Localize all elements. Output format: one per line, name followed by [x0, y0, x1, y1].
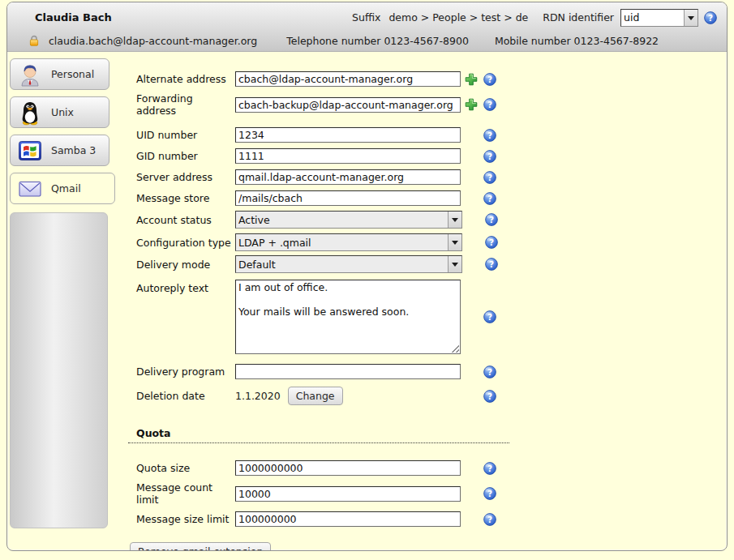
rdn-identifier-label: RDN identifier: [543, 11, 614, 24]
person-icon: [17, 62, 43, 88]
message-store-input[interactable]: [235, 190, 461, 206]
delivery-mode-select[interactable]: Default: [235, 255, 462, 273]
alternate-address-input[interactable]: [235, 71, 461, 87]
svg-text:?: ?: [487, 312, 492, 322]
help-icon[interactable]: ?: [485, 213, 498, 226]
tux-icon: [17, 100, 43, 126]
field-label: Server address: [136, 171, 235, 183]
help-icon[interactable]: ?: [483, 462, 496, 475]
field-label: Deletion date: [136, 390, 235, 402]
svg-text:?: ?: [487, 130, 492, 140]
sidebar-filler: [10, 212, 108, 528]
svg-text:?: ?: [487, 75, 492, 84]
tab-label: Unix: [51, 106, 74, 118]
delivery-program-input[interactable]: [235, 364, 461, 379]
help-icon[interactable]: ?: [483, 73, 496, 86]
primary-email: claudia.bach@ldap-account-manager.org: [49, 35, 257, 47]
field-label: Quota size: [136, 462, 235, 474]
tab-samba3[interactable]: Samba 3: [10, 135, 109, 166]
form-row: Autoreply text I am out of office. Your …: [136, 280, 727, 354]
telephone-number: Telephone number 0123-4567-8900: [286, 35, 469, 47]
field-label: Configuration type: [136, 237, 235, 249]
field-label: Message size limit: [136, 513, 235, 525]
tab-qmail[interactable]: Qmail: [10, 173, 115, 204]
autoreply-text-textarea[interactable]: I am out of office. Your mails will be a…: [235, 280, 461, 354]
help-icon[interactable]: ?: [483, 310, 496, 323]
form-row: Account status Active ?: [136, 211, 727, 229]
forwarding-address-input[interactable]: [235, 97, 461, 113]
form-row: Delivery program ?: [136, 364, 727, 379]
svg-text:?: ?: [489, 259, 494, 269]
change-date-button[interactable]: Change: [288, 387, 343, 405]
field-label: Forwarding address: [136, 92, 235, 117]
help-icon[interactable]: ?: [483, 150, 496, 163]
plus-icon[interactable]: [465, 98, 478, 111]
field-label: Delivery program: [136, 365, 235, 378]
field-label: UID number: [136, 129, 235, 141]
envelope-icon: [17, 176, 43, 202]
gid-number-input[interactable]: [235, 148, 461, 164]
lock-icon: [28, 34, 41, 47]
field-label: Autoreply text: [136, 280, 235, 294]
help-icon[interactable]: ?: [483, 365, 496, 378]
form-row: Message count limit ?: [136, 481, 727, 506]
plus-icon[interactable]: [465, 73, 478, 86]
help-icon[interactable]: ?: [483, 171, 496, 184]
field-label: Account status: [136, 214, 235, 226]
form-row: Quota size ?: [136, 460, 727, 476]
help-icon[interactable]: ?: [483, 513, 496, 526]
help-icon[interactable]: ?: [483, 129, 496, 142]
uid-number-input[interactable]: [235, 127, 461, 143]
remove-qmail-extension-button[interactable]: Remove qmail extension: [130, 542, 271, 551]
help-icon[interactable]: ?: [483, 390, 496, 403]
form-row: Server address ?: [136, 169, 727, 185]
field-label: Message store: [136, 192, 235, 204]
server-address-input[interactable]: [235, 169, 461, 185]
windows-icon: [17, 138, 43, 164]
svg-text:?: ?: [489, 215, 494, 224]
help-icon[interactable]: ?: [485, 236, 498, 249]
quota-size-input[interactable]: [235, 460, 461, 476]
field-label: Delivery mode: [136, 259, 235, 271]
form-row: Configuration type LDAP + .qmail ?: [136, 233, 727, 251]
suffix-label: Suffix: [352, 11, 380, 24]
svg-text:?: ?: [487, 173, 492, 182]
svg-text:?: ?: [487, 367, 492, 377]
svg-text:?: ?: [487, 194, 492, 203]
tab-personal[interactable]: Personal: [10, 58, 109, 90]
quota-section-heading: Quota: [128, 427, 509, 443]
account-status-select[interactable]: Active: [235, 211, 462, 229]
form-row: UID number ?: [136, 127, 727, 143]
field-label: Alternate address: [136, 73, 235, 85]
svg-text:?: ?: [487, 152, 492, 161]
configuration-type-select[interactable]: LDAP + .qmail: [235, 233, 462, 251]
module-tab-bar: Personal Unix: [7, 52, 120, 550]
help-icon[interactable]: ?: [483, 487, 496, 500]
svg-text:?: ?: [487, 515, 492, 524]
deletion-date-value: 1.1.2020: [235, 390, 281, 402]
form-row: Message store ?: [136, 190, 727, 206]
message-count-limit-input[interactable]: [235, 486, 461, 502]
form-row: Deletion date 1.1.2020 Change ?: [136, 387, 727, 405]
form-row: Delivery mode Default ?: [136, 255, 727, 273]
form-row: GID number ?: [136, 148, 727, 164]
rdn-identifier-select[interactable]: uid: [620, 9, 698, 27]
tab-label: Qmail: [51, 182, 81, 195]
form-row: Forwarding address ?: [136, 92, 727, 117]
qmail-form: Alternate address ? Forwarding address: [120, 52, 727, 550]
svg-text:?: ?: [487, 391, 492, 401]
message-size-limit-input[interactable]: [235, 511, 461, 527]
tab-label: Personal: [51, 68, 94, 80]
field-label: Message count limit: [136, 481, 235, 506]
svg-text:?: ?: [489, 237, 494, 247]
field-label: GID number: [136, 150, 235, 162]
svg-text:?: ?: [487, 489, 492, 498]
help-icon[interactable]: ?: [485, 258, 498, 271]
suffix-path: demo > People > test > de: [388, 11, 528, 24]
tab-label: Samba 3: [51, 144, 96, 156]
svg-text:?: ?: [487, 100, 492, 109]
tab-unix[interactable]: Unix: [10, 96, 109, 128]
help-icon[interactable]: ?: [483, 98, 496, 111]
help-icon[interactable]: ?: [483, 192, 496, 205]
form-row: Alternate address ?: [136, 71, 727, 87]
